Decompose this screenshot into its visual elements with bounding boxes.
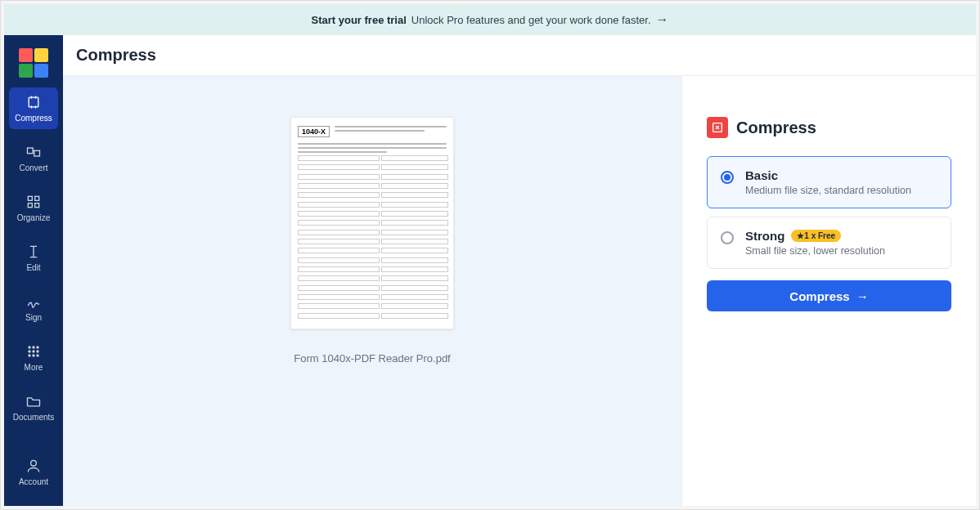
free-badge: ★1 x Free (791, 230, 841, 242)
page-header: Compress (63, 35, 976, 76)
svg-point-10 (28, 350, 30, 352)
page-title: Compress (76, 46, 156, 65)
folder-icon (25, 393, 42, 409)
sidebar-item-more[interactable]: More (9, 337, 58, 378)
sidebar-item-label: Organize (17, 213, 51, 222)
app-logo[interactable] (19, 48, 48, 78)
sidebar-item-label: More (25, 363, 43, 372)
option-strong[interactable]: Strong ★1 x Free Small file size, lower … (707, 217, 951, 269)
svg-point-14 (32, 354, 34, 356)
radio-icon (721, 231, 734, 244)
sidebar-item-compress[interactable]: Compress (9, 87, 58, 129)
form-number: 1040-X (298, 126, 330, 137)
sidebar-item-convert[interactable]: Convert (9, 137, 58, 179)
sidebar-item-edit[interactable]: Edit (9, 237, 58, 279)
svg-point-8 (32, 346, 34, 348)
svg-point-16 (31, 460, 37, 466)
arrow-right-icon: → (856, 289, 869, 303)
document-thumbnail[interactable]: 1040-X (290, 117, 454, 329)
svg-point-9 (36, 346, 38, 348)
sidebar-item-label: Sign (25, 313, 42, 322)
panel-title: Compress (736, 119, 816, 137)
sidebar-item-documents[interactable]: Documents (9, 387, 58, 428)
svg-point-15 (36, 354, 38, 356)
svg-rect-6 (35, 204, 39, 208)
sidebar-item-label: Documents (13, 413, 55, 422)
option-desc: Small file size, lower resolution (745, 245, 885, 257)
account-icon (25, 458, 42, 474)
sidebar-item-label: Convert (19, 163, 47, 172)
document-filename: Form 1040x-PDF Reader Pro.pdf (294, 352, 450, 365)
sign-icon (25, 293, 42, 310)
compress-button[interactable]: Compress → (707, 280, 951, 311)
svg-rect-2 (34, 150, 40, 156)
preview-area: 1040-X (63, 76, 681, 506)
sidebar-item-account[interactable]: Account (9, 451, 58, 493)
cta-label: Compress (789, 289, 849, 303)
sidebar: Compress Convert Organize Edit (4, 35, 63, 506)
svg-point-12 (36, 350, 38, 352)
compress-panel-icon (707, 117, 728, 138)
trial-banner[interactable]: Start your free trial Unlock Pro feature… (4, 4, 976, 35)
radio-icon (721, 171, 734, 184)
option-desc: Medium file size, standard resolution (745, 185, 911, 196)
svg-rect-5 (28, 204, 32, 208)
svg-rect-1 (28, 148, 34, 154)
svg-rect-4 (35, 196, 39, 200)
more-icon (25, 343, 42, 360)
sidebar-item-label: Account (19, 477, 48, 486)
convert-icon (25, 144, 42, 160)
sidebar-item-label: Edit (26, 263, 40, 272)
svg-point-7 (28, 346, 30, 348)
arrow-right-icon: → (656, 12, 669, 27)
options-panel: Compress Basic Medium file size, standar… (681, 76, 976, 506)
organize-icon (25, 194, 42, 210)
compress-icon (25, 94, 42, 110)
banner-text: Unlock Pro features and get your work do… (411, 14, 651, 26)
svg-point-13 (28, 354, 30, 356)
option-title: Strong (745, 229, 784, 243)
sidebar-item-organize[interactable]: Organize (9, 187, 58, 229)
option-basic[interactable]: Basic Medium file size, standard resolut… (707, 156, 951, 208)
svg-point-11 (32, 350, 34, 352)
svg-rect-0 (29, 97, 38, 107)
banner-bold: Start your free trial (312, 14, 407, 26)
sidebar-item-sign[interactable]: Sign (9, 287, 58, 329)
sidebar-item-label: Compress (15, 114, 52, 123)
svg-rect-3 (28, 196, 32, 200)
option-title: Basic (745, 168, 778, 182)
edit-icon (25, 244, 42, 260)
